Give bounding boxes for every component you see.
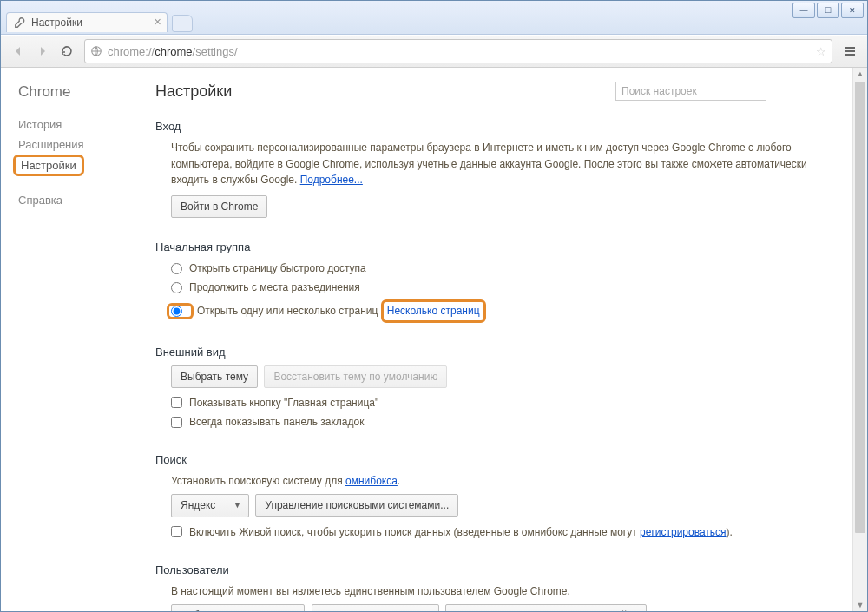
import-bookmarks-button[interactable]: Импортировать закладки и настройки — [445, 604, 647, 611]
delete-user-button[interactable]: Удалить пользователя — [312, 604, 439, 611]
menu-button[interactable] — [838, 39, 862, 63]
wrench-icon — [14, 16, 26, 29]
search-engine-select[interactable]: Яндекс ▼ — [171, 494, 249, 517]
startup-option-newtab[interactable]: Открыть страницу быстрого доступа — [171, 260, 846, 277]
reset-theme-button[interactable]: Восстановить тему по умолчанию — [264, 365, 447, 388]
highlight-radio-pages — [167, 303, 194, 319]
sidebar-item-extensions[interactable]: Расширения — [18, 135, 148, 155]
sidebar-item-history[interactable]: История — [18, 115, 148, 135]
scrollbar-thumb[interactable] — [855, 82, 865, 533]
section-startup: Начальная группа Открыть страницу быстро… — [155, 240, 846, 323]
section-users: Пользователи В настоящий момент вы являе… — [155, 563, 846, 611]
choose-theme-button[interactable]: Выбрать тему — [171, 365, 258, 388]
bookmark-star-icon[interactable]: ☆ — [816, 45, 826, 58]
signin-heading: Вход — [155, 120, 846, 133]
back-button[interactable] — [6, 39, 30, 63]
new-tab-button[interactable] — [172, 15, 193, 32]
svg-rect-2 — [845, 50, 855, 52]
instant-row[interactable]: Включить Живой поиск, чтобы ускорить пои… — [171, 524, 846, 541]
section-search: Поиск Установить поисковую систему для о… — [155, 453, 846, 541]
url-text: chrome://chrome/settings/ — [108, 45, 238, 58]
add-user-button[interactable]: Добавить пользователя — [171, 604, 305, 611]
highlight-pages-link: Несколько страниц — [381, 299, 486, 323]
instant-label: Включить Живой поиск, чтобы ускорить пои… — [189, 524, 733, 541]
reload-button[interactable] — [55, 39, 79, 63]
instant-checkbox[interactable] — [171, 526, 182, 537]
startup-option-pages[interactable]: Открыть одну или несколько страниц Неско… — [171, 299, 846, 323]
vertical-scrollbar[interactable]: ▲ ▼ — [852, 68, 867, 611]
radio-newtab-label: Открыть страницу быстрого доступа — [189, 260, 366, 277]
close-window-button[interactable]: ✕ — [841, 3, 864, 18]
svg-rect-1 — [845, 47, 855, 49]
appearance-heading: Внешний вид — [155, 345, 846, 359]
search-desc: Установить поисковую систему для — [171, 475, 345, 487]
window-titlebar: Настройки ✕ — ☐ ✕ — [1, 1, 867, 35]
browser-tab[interactable]: Настройки ✕ — [6, 12, 168, 32]
set-pages-link[interactable]: Несколько страниц — [387, 305, 480, 317]
instant-register-link[interactable]: регистрироваться — [640, 526, 727, 538]
manage-search-engines-button[interactable]: Управление поисковыми системами... — [255, 494, 458, 517]
users-heading: Пользователи — [155, 563, 846, 576]
settings-sidebar: Chrome История Расширения Настройки Спра… — [1, 68, 148, 611]
radio-continue[interactable] — [171, 282, 182, 293]
show-bookmarks-row[interactable]: Всегда показывать панель закладок — [171, 414, 846, 431]
section-appearance: Внешний вид Выбрать тему Восстановить те… — [155, 345, 846, 431]
globe-icon — [90, 45, 102, 57]
forward-button[interactable] — [30, 39, 55, 63]
maximize-button[interactable]: ☐ — [817, 3, 839, 18]
address-bar[interactable]: chrome://chrome/settings/ ☆ — [84, 39, 832, 63]
scroll-down-arrow[interactable]: ▼ — [853, 599, 867, 611]
search-engine-selected: Яндекс — [181, 497, 215, 514]
show-home-row[interactable]: Показывать кнопку "Главная страница" — [171, 395, 846, 411]
chrome-logo-text: Chrome — [18, 83, 148, 101]
content-area: Chrome История Расширения Настройки Спра… — [1, 68, 867, 611]
search-heading: Поиск — [155, 453, 846, 466]
browser-toolbar: chrome://chrome/settings/ ☆ — [1, 35, 867, 68]
show-bookmarks-checkbox[interactable] — [171, 417, 182, 428]
minimize-button[interactable]: — — [792, 3, 815, 18]
show-home-label: Показывать кнопку "Главная страница" — [189, 395, 378, 411]
highlight-settings: Настройки — [13, 155, 84, 176]
settings-search-input[interactable] — [615, 82, 766, 101]
tab-strip: Настройки ✕ — [6, 10, 193, 32]
section-signin: Вход Чтобы сохранить персонализированные… — [155, 120, 846, 218]
settings-main: Настройки Вход Чтобы сохранить персонали… — [148, 68, 867, 611]
users-desc: В настоящий момент вы являетесь единстве… — [171, 583, 846, 600]
radio-pages-label: Открыть одну или несколько страниц — [197, 303, 378, 319]
sidebar-item-settings[interactable]: Настройки — [19, 157, 78, 174]
omnibox-link[interactable]: омнибокса — [345, 475, 398, 487]
startup-option-continue[interactable]: Продолжить с места разъединения — [171, 280, 846, 296]
signin-button[interactable]: Войти в Chrome — [171, 195, 267, 218]
show-home-checkbox[interactable] — [171, 397, 182, 408]
browser-window: Настройки ✕ — ☐ ✕ chr — [0, 0, 868, 612]
radio-pages[interactable] — [171, 306, 182, 317]
learn-more-link[interactable]: Подробнее... — [300, 174, 363, 186]
show-bookmarks-label: Всегда показывать панель закладок — [189, 414, 364, 431]
startup-heading: Начальная группа — [155, 240, 846, 253]
radio-newtab[interactable] — [171, 263, 182, 274]
close-icon[interactable]: ✕ — [154, 16, 161, 28]
page-header: Настройки — [155, 82, 846, 101]
chevron-down-icon: ▼ — [233, 500, 241, 512]
signin-text: Чтобы сохранить персонализированные пара… — [171, 141, 807, 186]
sidebar-item-help[interactable]: Справка — [18, 190, 148, 210]
page-title: Настройки — [155, 82, 232, 101]
tab-title: Настройки — [31, 16, 82, 29]
svg-rect-3 — [845, 54, 855, 56]
scroll-up-arrow[interactable]: ▲ — [853, 68, 867, 80]
radio-continue-label: Продолжить с места разъединения — [189, 280, 360, 296]
